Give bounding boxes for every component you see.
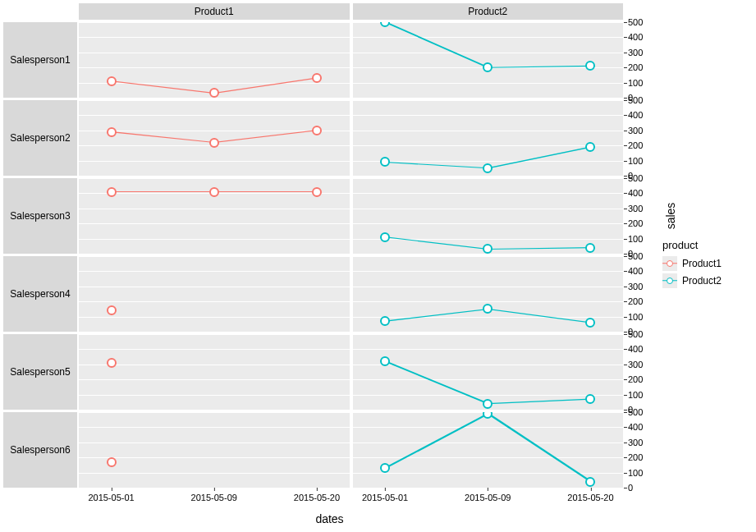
x-axis-label: dates bbox=[315, 512, 343, 525]
panel-1-Product1 bbox=[79, 100, 350, 176]
y-axis-label: sales bbox=[664, 203, 677, 230]
data-point bbox=[312, 73, 322, 83]
y-tick: 500 bbox=[628, 329, 643, 339]
data-point bbox=[107, 457, 117, 467]
svg-line-12 bbox=[385, 309, 488, 321]
facet-chart: Product1Product2Salesperson1010020030040… bbox=[0, 0, 756, 529]
y-tick: 400 bbox=[628, 32, 643, 42]
y-tick: 500 bbox=[628, 17, 643, 27]
x-tick: 2015-05-09 bbox=[191, 493, 237, 502]
legend-title: product bbox=[662, 239, 753, 251]
panel-5-Product1 bbox=[79, 412, 350, 488]
data-point bbox=[209, 88, 219, 98]
data-point bbox=[380, 232, 390, 242]
y-tick: 100 bbox=[628, 390, 643, 400]
svg-line-1 bbox=[214, 78, 317, 93]
y-tick: 400 bbox=[628, 266, 643, 276]
y-tick: 400 bbox=[628, 110, 643, 120]
y-tick: 500 bbox=[628, 95, 643, 105]
data-point bbox=[380, 356, 390, 366]
panel-2-Product1 bbox=[79, 178, 350, 254]
row-header-3: Salesperson4 bbox=[3, 256, 77, 332]
data-point bbox=[585, 394, 595, 404]
y-tick: 400 bbox=[628, 422, 643, 432]
y-tick: 400 bbox=[628, 188, 643, 198]
svg-line-15 bbox=[488, 399, 590, 404]
y-tick: 200 bbox=[628, 452, 643, 462]
panel-4-Product1 bbox=[79, 334, 350, 410]
y-tick: 200 bbox=[628, 374, 643, 384]
legend-key-icon bbox=[662, 273, 677, 288]
data-point bbox=[107, 76, 117, 86]
row-header-0: Salesperson1 bbox=[3, 22, 77, 98]
x-axis: 2015-05-012015-05-092015-05-20 bbox=[79, 488, 350, 511]
col-header-0: Product1 bbox=[79, 3, 350, 20]
y-tick: 300 bbox=[628, 438, 643, 447]
panel-4-Product2 bbox=[353, 334, 624, 410]
svg-line-4 bbox=[112, 132, 214, 143]
data-point bbox=[483, 399, 493, 409]
y-tick: 500 bbox=[628, 173, 643, 183]
row-header-4: Salesperson5 bbox=[3, 334, 77, 410]
data-point bbox=[380, 463, 390, 473]
panel-1-Product2 bbox=[353, 100, 624, 176]
data-point bbox=[483, 304, 493, 314]
x-axis: 2015-05-012015-05-092015-05-20 bbox=[353, 488, 624, 511]
y-tick: 100 bbox=[628, 78, 643, 88]
y-axis: 0100200300400500sales bbox=[625, 178, 656, 254]
panel-0-Product1 bbox=[79, 22, 350, 98]
data-point bbox=[585, 477, 595, 487]
data-point bbox=[585, 318, 595, 328]
data-point bbox=[483, 163, 493, 173]
y-axis: 0100200300400500 bbox=[625, 334, 656, 410]
x-tick: 2015-05-20 bbox=[294, 493, 340, 502]
y-tick: 100 bbox=[628, 156, 643, 166]
data-point bbox=[380, 316, 390, 326]
x-tick: 2015-05-01 bbox=[88, 493, 134, 502]
data-point bbox=[585, 142, 595, 152]
svg-line-3 bbox=[488, 66, 590, 67]
y-tick: 200 bbox=[628, 140, 643, 150]
y-tick: 0 bbox=[628, 483, 633, 493]
svg-line-7 bbox=[488, 147, 590, 168]
legend-key-icon bbox=[662, 256, 677, 271]
y-tick: 200 bbox=[628, 218, 643, 228]
y-tick: 300 bbox=[628, 48, 643, 57]
panel-5-Product2 bbox=[353, 412, 624, 488]
legend-label: Product2 bbox=[682, 275, 722, 287]
svg-line-2 bbox=[385, 22, 488, 67]
x-tick: 2015-05-09 bbox=[465, 493, 511, 502]
y-tick: 500 bbox=[628, 251, 643, 261]
y-axis: 0100200300400500 bbox=[625, 22, 656, 98]
data-point bbox=[312, 126, 322, 135]
data-point bbox=[483, 62, 493, 72]
y-tick: 100 bbox=[628, 312, 643, 322]
y-axis: 0100200300400500 bbox=[625, 100, 656, 176]
y-tick: 300 bbox=[628, 282, 643, 291]
x-tick: 2015-05-20 bbox=[567, 493, 613, 502]
data-point bbox=[107, 127, 117, 137]
data-point bbox=[209, 138, 219, 148]
data-point bbox=[585, 61, 595, 71]
svg-line-5 bbox=[214, 131, 317, 143]
y-tick: 300 bbox=[628, 204, 643, 213]
y-tick: 400 bbox=[628, 344, 643, 354]
svg-line-13 bbox=[488, 309, 590, 323]
svg-line-14 bbox=[385, 361, 488, 404]
panel-2-Product2 bbox=[353, 178, 624, 254]
y-axis: 0100200300400500 bbox=[625, 412, 656, 488]
y-tick: 300 bbox=[628, 126, 643, 135]
legend-label: Product1 bbox=[682, 258, 722, 269]
data-point bbox=[107, 305, 117, 315]
data-point bbox=[585, 243, 595, 253]
data-point bbox=[380, 157, 390, 167]
data-point bbox=[107, 187, 117, 197]
row-header-2: Salesperson3 bbox=[3, 178, 77, 254]
data-point bbox=[312, 187, 322, 197]
svg-line-10 bbox=[385, 237, 488, 250]
legend-item-Product2: Product2 bbox=[662, 273, 753, 288]
svg-line-11 bbox=[488, 248, 590, 250]
svg-line-16 bbox=[385, 414, 488, 468]
col-header-1: Product2 bbox=[353, 3, 624, 20]
y-tick: 200 bbox=[628, 62, 643, 72]
